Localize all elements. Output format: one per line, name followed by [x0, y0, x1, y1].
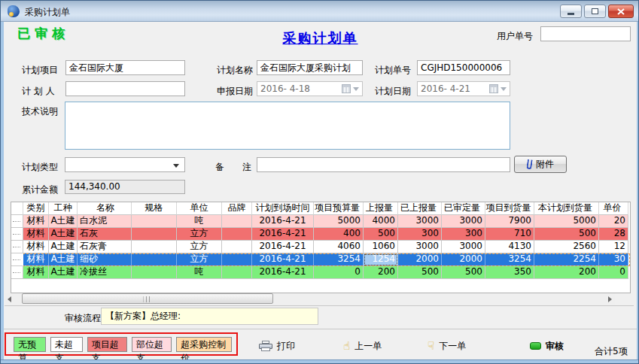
- grid-cell[interactable]: 1060: [364, 241, 398, 253]
- grid-cell[interactable]: 2016-4-21: [252, 253, 314, 266]
- row-indicator[interactable]: [11, 228, 23, 241]
- grid-cell[interactable]: 2254: [534, 253, 599, 266]
- grid-cell[interactable]: 冷拔丝: [78, 266, 132, 279]
- column-header[interactable]: 已审定量: [442, 202, 485, 215]
- grid-cell[interactable]: 0: [599, 266, 628, 279]
- grid-cell[interactable]: 30: [599, 253, 628, 266]
- column-header[interactable]: 已上报量: [398, 202, 442, 215]
- grid-cell[interactable]: 500: [534, 228, 599, 241]
- grid-cell[interactable]: A土建: [49, 266, 78, 279]
- grid-cell[interactable]: 3254: [314, 253, 364, 266]
- grid-cell[interactable]: 400: [314, 228, 364, 241]
- grid-cell[interactable]: 2560: [534, 241, 599, 253]
- column-header[interactable]: 项目预算量: [314, 202, 364, 215]
- plan-date-picker[interactable]: 2016- 4-21: [417, 81, 510, 96]
- grid-cell[interactable]: A土建: [49, 228, 78, 241]
- grid-cell[interactable]: 500: [442, 266, 485, 279]
- scroll-left-icon[interactable]: [8, 296, 11, 302]
- calendar-icon[interactable]: [342, 84, 351, 93]
- grid-cell[interactable]: [132, 253, 177, 266]
- grid-cell[interactable]: 2016-4-21: [252, 228, 314, 241]
- grid-cell[interactable]: 材料: [23, 215, 49, 228]
- grid-cell[interactable]: 白水泥: [78, 215, 132, 228]
- grid-cell[interactable]: [132, 228, 177, 241]
- grid-cell[interactable]: 3000: [398, 215, 442, 228]
- grid-cell[interactable]: [132, 215, 177, 228]
- column-header[interactable]: 规格: [132, 202, 177, 215]
- grid-cell[interactable]: 4060: [314, 241, 364, 253]
- grid-cell[interactable]: 200: [534, 266, 599, 279]
- grid-cell[interactable]: A土建: [49, 253, 78, 266]
- minimize-button[interactable]: [560, 5, 582, 18]
- row-indicator[interactable]: [11, 241, 23, 253]
- grid-cell[interactable]: 材料: [23, 228, 49, 241]
- plan-name-input[interactable]: [257, 60, 363, 75]
- close-button[interactable]: [608, 5, 634, 18]
- grid-cell[interactable]: [222, 228, 252, 241]
- grid-cell[interactable]: 3000: [442, 215, 485, 228]
- grid-cell[interactable]: 吨: [177, 215, 222, 228]
- prev-record-button[interactable]: ☝ 上一单: [343, 338, 382, 353]
- maximize-button[interactable]: [584, 5, 606, 18]
- row-indicator[interactable]: [11, 215, 23, 228]
- grid-cell[interactable]: 2000: [442, 253, 485, 266]
- column-header[interactable]: 工种: [49, 202, 78, 215]
- column-header[interactable]: 计划到场时间: [252, 202, 314, 215]
- grid-cell[interactable]: [222, 241, 252, 253]
- grid-cell[interactable]: 吨: [177, 266, 222, 279]
- calendar-icon[interactable]: [489, 84, 498, 93]
- plan-no-input[interactable]: [417, 60, 510, 75]
- grid-cell[interactable]: 28: [599, 228, 628, 241]
- grid-cell[interactable]: 7900: [485, 215, 534, 228]
- chevron-down-icon[interactable]: [353, 87, 359, 91]
- row-indicator[interactable]: [11, 266, 23, 279]
- grid-cell[interactable]: 300: [398, 228, 442, 241]
- column-header[interactable]: 单位: [177, 202, 222, 215]
- column-header[interactable]: 类别: [23, 202, 49, 215]
- grid-cell[interactable]: 4000: [364, 215, 398, 228]
- chevron-down-icon[interactable]: [501, 87, 507, 91]
- table-row[interactable]: 材料A土建白水泥吨2016-4-215000400030003000790050…: [11, 215, 630, 228]
- grid-cell[interactable]: 5000: [534, 215, 599, 228]
- planner-input[interactable]: [65, 81, 185, 96]
- column-header[interactable]: 本计划到货量: [534, 202, 599, 215]
- grid-cell[interactable]: 立方: [177, 228, 222, 241]
- audit-button[interactable]: 审核: [530, 338, 564, 353]
- grid-cell[interactable]: [132, 241, 177, 253]
- grid-cell[interactable]: 3000: [398, 241, 442, 253]
- grid-cell[interactable]: 300: [442, 228, 485, 241]
- column-header[interactable]: 品牌: [222, 202, 252, 215]
- grid-cell[interactable]: 12: [599, 241, 628, 253]
- scrollbar-thumb[interactable]: [22, 293, 273, 304]
- grid-cell[interactable]: [222, 253, 252, 266]
- grid-cell[interactable]: 200: [364, 266, 398, 279]
- scroll-right-icon[interactable]: [608, 296, 612, 302]
- grid-cell[interactable]: A土建: [49, 241, 78, 253]
- grid-cell[interactable]: 710: [485, 228, 534, 241]
- grid-cell[interactable]: 立方: [177, 241, 222, 253]
- next-record-button[interactable]: ☟ 下一单: [428, 338, 466, 353]
- column-header[interactable]: 上报量: [364, 202, 398, 215]
- remark-input[interactable]: [257, 157, 510, 172]
- grid-cell[interactable]: 2016-4-21: [252, 241, 314, 253]
- grid-cell[interactable]: A土建: [49, 215, 78, 228]
- row-indicator[interactable]: [11, 253, 23, 266]
- horizontal-scrollbar[interactable]: [5, 293, 615, 305]
- table-row[interactable]: 材料A土建冷拔丝吨2016-4-2102005005003502000: [11, 266, 630, 279]
- grid-cell[interactable]: 2000: [398, 253, 442, 266]
- grid-cell[interactable]: 3254: [485, 253, 534, 266]
- plan-type-select[interactable]: [65, 157, 185, 172]
- grid-cell[interactable]: 3000: [442, 241, 485, 253]
- grid-cell[interactable]: 500: [398, 266, 442, 279]
- print-button[interactable]: 打印: [259, 338, 295, 353]
- column-header[interactable]: 单价: [599, 202, 628, 215]
- grid-cell[interactable]: 20: [599, 215, 628, 228]
- grid-cell[interactable]: 0: [314, 266, 364, 279]
- grid-cell[interactable]: 石灰: [78, 228, 132, 241]
- grid-cell[interactable]: 1254: [364, 253, 398, 266]
- grid-cell[interactable]: [222, 215, 252, 228]
- grid-cell[interactable]: 2016-4-21: [252, 215, 314, 228]
- plan-project-input[interactable]: [65, 60, 185, 75]
- grid-cell[interactable]: 石灰膏: [78, 241, 132, 253]
- grid-cell[interactable]: [222, 266, 252, 279]
